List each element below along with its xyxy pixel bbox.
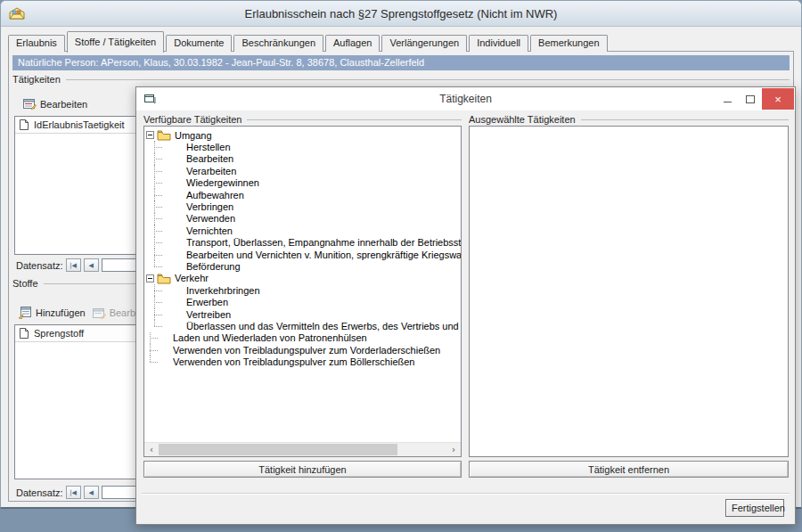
- edit-form-icon: [23, 98, 37, 110]
- tab-bemerkungen[interactable]: Bemerkungen: [530, 35, 608, 52]
- tree-item[interactable]: Erwerben: [144, 296, 461, 307]
- tree-item[interactable]: Verkehr: [144, 273, 461, 284]
- tree-item-label: Bearbeiten: [186, 153, 233, 164]
- available-tree[interactable]: UmgangHerstellenBearbeitenVerarbeitenWie…: [143, 126, 462, 457]
- tree-item-label: Erwerben: [186, 297, 228, 307]
- add-form-icon: [18, 307, 32, 319]
- tab-auflagen[interactable]: Auflagen: [325, 35, 380, 52]
- maximize-button[interactable]: [739, 88, 762, 110]
- tree-connector: [151, 177, 160, 189]
- screen: Erlaubnisschein nach §27 Sprengstoffgese…: [0, 0, 802, 532]
- taetigkeiten-column-label: IdErlaubnisTaetigkeit: [34, 119, 125, 130]
- edit-form-icon: [93, 307, 106, 319]
- bearbeiten-button[interactable]: Bearbeiten: [20, 96, 91, 111]
- dialog-title: Tätigkeiten: [136, 93, 795, 105]
- record-nav-label: Datensatz:: [16, 487, 63, 498]
- tree-item[interactable]: Transport, Überlassen, Empangnahme inner…: [144, 237, 461, 249]
- tree-item-label: Verwenden: [186, 213, 235, 224]
- tab-individuell[interactable]: Individuell: [469, 35, 528, 52]
- tree-item[interactable]: Aufbewahren: [144, 189, 461, 201]
- minimize-button[interactable]: [716, 88, 739, 110]
- tree-item[interactable]: Verwenden von Treibladungspulver zum Vor…: [144, 344, 461, 356]
- tree-item-label: Vertreiben: [186, 309, 231, 320]
- tree-item[interactable]: Verarbeiten: [144, 165, 461, 176]
- tree-connector: [146, 356, 155, 367]
- tab-strip: ErlaubnisStoffe / TätigkeitenDokumenteBe…: [8, 32, 794, 52]
- tree-connector: [151, 201, 160, 212]
- tree-item[interactable]: Wiedergewinnen: [144, 177, 461, 189]
- previous-record-button[interactable]: ◀: [84, 486, 99, 499]
- tree-item[interactable]: Vertreiben: [144, 308, 461, 320]
- person-info-bar: Natürliche Person: APerson, Klaus, 30.03…: [12, 55, 790, 70]
- selected-group: Ausgewählte Tätigkeiten: [469, 114, 789, 125]
- tree-item[interactable]: Laden und Wiederladen von Patronenhülsen: [144, 332, 461, 344]
- scroll-right-button[interactable]: ›: [446, 443, 461, 456]
- tree-connector: [151, 165, 160, 176]
- record-nav-label: Datensatz:: [16, 260, 63, 271]
- tree-item[interactable]: Inverkehrbringen: [144, 284, 461, 296]
- document-icon: [20, 119, 29, 130]
- tree-item-label: Verbringen: [186, 201, 233, 212]
- tree-item-label: Aufbewahren: [186, 190, 244, 201]
- dialog-window-controls: ×: [716, 88, 794, 110]
- selected-label: Ausgewählte Tätigkeiten: [469, 114, 576, 125]
- tree-connector: [151, 189, 160, 201]
- section-stoffe-label: Stoffe: [12, 278, 38, 289]
- remove-activity-button[interactable]: Tätigkeit entfernen: [469, 461, 789, 478]
- collapse-toggle-icon[interactable]: [146, 274, 154, 282]
- finish-button[interactable]: Fertigstellen: [725, 499, 784, 517]
- main-titlebar[interactable]: Erlaubnisschein nach §27 Sprengstoffgese…: [1, 1, 801, 27]
- tree-item-label: Inverkehrbringen: [186, 285, 260, 296]
- tree-item[interactable]: Bearbeiten: [144, 153, 461, 165]
- stoffe-column-label: Sprengstoff: [34, 328, 84, 339]
- tree-item[interactable]: Verwenden von Treibladungspulver zum Böl…: [144, 356, 461, 367]
- dialog-titlebar[interactable]: Tätigkeiten ×: [136, 87, 795, 110]
- previous-record-button[interactable]: ◀: [84, 258, 99, 272]
- section-divider: [66, 79, 790, 80]
- tab-verlängerungen[interactable]: Verlängerungen: [381, 35, 467, 52]
- hinzufuegen-button[interactable]: Hinzufügen: [14, 305, 89, 321]
- tree-connector: [151, 153, 160, 165]
- scroll-left-button[interactable]: ‹: [144, 443, 159, 456]
- tree-connector: [146, 332, 155, 344]
- tree-item[interactable]: Umgang: [144, 129, 461, 141]
- tab-erlaubnis[interactable]: Erlaubnis: [8, 35, 65, 52]
- tree-item-label: Verarbeiten: [186, 166, 236, 176]
- tree-item[interactable]: Beförderung: [144, 260, 461, 272]
- first-record-button[interactable]: |◀: [66, 258, 81, 272]
- tree-item-label: Wiedergewinnen: [186, 177, 259, 188]
- tab-beschränkungen[interactable]: Beschränkungen: [233, 35, 323, 52]
- tab-dokumente[interactable]: Dokumente: [166, 35, 232, 52]
- tree-item-label: Verkehr: [175, 273, 209, 283]
- tree-item-label: Verwenden von Treibladungspulver zum Vor…: [173, 345, 440, 356]
- first-record-button[interactable]: |◀: [66, 486, 81, 499]
- tree-item-label: Vernichten: [186, 225, 233, 236]
- tree-item[interactable]: Herstellen: [144, 141, 461, 152]
- tree-connector: [151, 284, 160, 296]
- tree-item-label: Laden und Wiederladen von Patronenhülsen: [173, 332, 367, 343]
- close-icon: ×: [774, 94, 782, 105]
- close-button[interactable]: ×: [762, 88, 794, 110]
- tree-connector: [151, 249, 160, 260]
- group-divider: [581, 119, 789, 120]
- selected-list[interactable]: [469, 126, 789, 457]
- bottom-separator: [142, 493, 790, 495]
- tree-item[interactable]: Verbringen: [144, 201, 461, 212]
- horizontal-scrollbar[interactable]: ‹ ›: [144, 442, 461, 456]
- tree-item[interactable]: Überlassen und das Vermitteln des Erwerb…: [144, 320, 461, 331]
- scrollbar-thumb[interactable]: [159, 444, 397, 455]
- document-icon: [20, 328, 29, 339]
- app-icon: [8, 6, 26, 20]
- tree-item[interactable]: Vernichten: [144, 225, 461, 236]
- tree-item[interactable]: Verwenden: [144, 213, 461, 225]
- dialog-window-icon: [143, 94, 156, 104]
- tab-stoffe-tätigkeiten[interactable]: Stoffe / Tätigkeiten: [67, 31, 164, 53]
- tree-item[interactable]: Bearbeiten und Vernichten v. Munition, s…: [144, 249, 461, 260]
- collapse-toggle-icon[interactable]: [146, 131, 154, 139]
- window-title: Erlaubnisschein nach §27 Sprengstoffgese…: [1, 7, 801, 20]
- tree-item-label: Transport, Überlassen, Empangnahme inner…: [186, 237, 462, 248]
- tree-connector: [151, 320, 160, 331]
- add-activity-button[interactable]: Tätigkeit hinzufügen: [143, 461, 462, 478]
- tree-item-label: Herstellen: [186, 142, 231, 152]
- available-label: Verfügbare Tätigkeiten: [143, 114, 241, 125]
